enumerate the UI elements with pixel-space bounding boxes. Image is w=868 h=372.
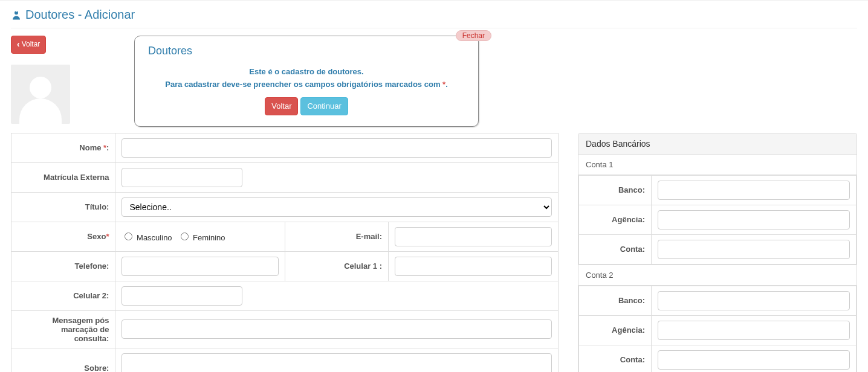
label-celular2: Celular 2:: [11, 281, 115, 310]
label-banco2: Banco:: [579, 286, 652, 315]
label-masculino: Masculino: [137, 233, 172, 242]
dialog-message: Este é o cadastro de doutores. Para cada…: [148, 66, 465, 91]
banco1-input[interactable]: [658, 181, 850, 200]
telefone-input[interactable]: [121, 257, 279, 276]
conta2-input[interactable]: [658, 350, 850, 370]
main-form: Nome *: Matrícula Externa Título: Seleci…: [11, 133, 559, 372]
matricula-input[interactable]: [121, 168, 242, 187]
label-mensagem-l2: consulta:: [74, 334, 109, 343]
dialog-back-button[interactable]: Voltar: [265, 97, 298, 115]
titulo-select[interactable]: Selecione..: [121, 197, 552, 217]
celular1-input[interactable]: [395, 257, 552, 276]
radio-feminino[interactable]: [181, 232, 189, 240]
chevron-left-icon: [17, 39, 20, 51]
nome-input[interactable]: [121, 138, 552, 158]
label-titulo: Título:: [11, 192, 115, 222]
label-agencia1: Agência:: [579, 205, 652, 234]
label-celular1: Celular 1 :: [285, 251, 389, 281]
label-conta1: Conta:: [579, 234, 652, 264]
intro-dialog: Fechar Doutores Este é o cadastro de dou…: [134, 36, 479, 127]
conta1-input[interactable]: [658, 240, 850, 259]
bank-panel-title: Dados Bancários: [578, 133, 857, 155]
label-sobre: Sobre:: [11, 348, 115, 372]
dialog-continue-button[interactable]: Continuar: [300, 97, 348, 115]
bank-panel: Dados Bancários Conta 1 Banco: Agência: …: [578, 133, 857, 372]
svg-rect-2: [16, 10, 17, 11]
label-mensagem-l1: Mensagem pós marcação de: [53, 316, 109, 334]
dialog-line2-pre: Para cadastrar deve-se preencher os camp…: [165, 80, 442, 89]
agencia2-input[interactable]: [658, 321, 850, 340]
sobre-textarea[interactable]: [121, 353, 552, 372]
dialog-line2-post: .: [445, 80, 448, 89]
label-telefone: Telefone:: [11, 251, 115, 281]
label-matricula: Matrícula Externa: [11, 162, 115, 192]
mensagem-input[interactable]: [121, 319, 552, 339]
label-agencia2: Agência:: [579, 315, 652, 345]
colon-nome: :: [106, 143, 109, 152]
email-input[interactable]: [395, 227, 552, 246]
req-sexo: *: [106, 232, 109, 241]
label-mensagem: Mensagem pós marcação de consulta:: [11, 310, 115, 348]
doctor-icon: [11, 10, 22, 21]
avatar: [11, 65, 70, 124]
page-title: Doutores - Adicionar: [25, 8, 135, 22]
radio-masculino[interactable]: [125, 232, 132, 240]
label-nome: Nome: [79, 143, 103, 152]
label-conta2: Conta:: [579, 345, 652, 372]
agencia1-input[interactable]: [658, 210, 850, 229]
back-button[interactable]: Voltar: [11, 36, 46, 54]
celular2-input[interactable]: [121, 286, 242, 306]
bank-conta1-header: Conta 1: [578, 155, 857, 175]
close-button[interactable]: Fechar: [456, 30, 491, 41]
label-sexo: Sexo: [87, 232, 106, 241]
back-button-label: Voltar: [22, 39, 40, 50]
page-header: Doutores - Adicionar: [11, 5, 857, 28]
bank-conta2-header: Conta 2: [578, 265, 857, 286]
label-banco1: Banco:: [579, 175, 652, 205]
banco2-input[interactable]: [658, 291, 850, 310]
dialog-title: Doutores: [148, 45, 465, 57]
label-feminino: Feminino: [193, 233, 225, 242]
label-email: E-mail:: [285, 222, 389, 251]
dialog-line1: Este é o cadastro de doutores.: [148, 66, 465, 79]
